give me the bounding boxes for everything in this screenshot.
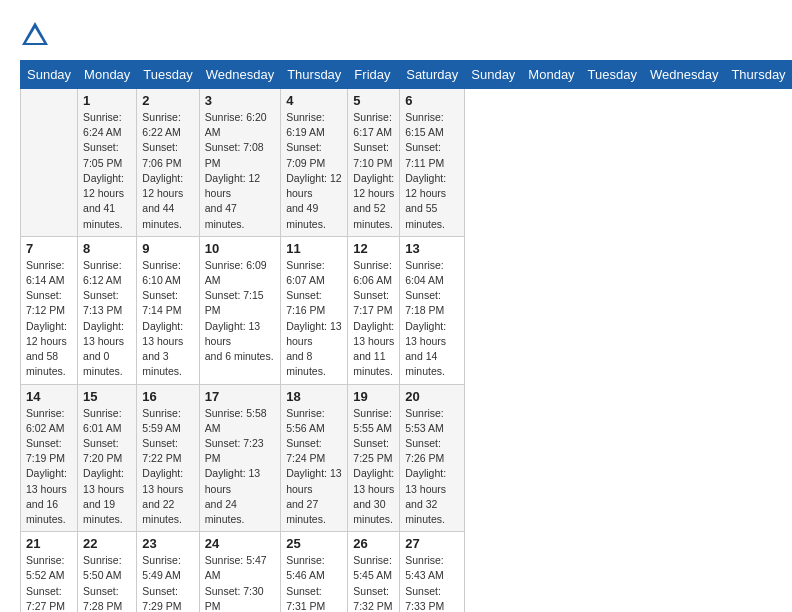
- day-number: 2: [142, 93, 193, 108]
- day-of-week-header: Monday: [78, 61, 137, 89]
- calendar-cell: [21, 89, 78, 237]
- calendar-cell: 22Sunrise: 5:50 AM Sunset: 7:28 PM Dayli…: [78, 532, 137, 612]
- calendar-cell: 20Sunrise: 5:53 AM Sunset: 7:26 PM Dayli…: [400, 384, 465, 532]
- day-of-week-header: Tuesday: [137, 61, 199, 89]
- day-info: Sunrise: 5:53 AM Sunset: 7:26 PM Dayligh…: [405, 406, 459, 528]
- calendar-cell: 27Sunrise: 5:43 AM Sunset: 7:33 PM Dayli…: [400, 532, 465, 612]
- page-header: [20, 20, 772, 50]
- day-info: Sunrise: 5:59 AM Sunset: 7:22 PM Dayligh…: [142, 406, 193, 528]
- calendar-cell: 8Sunrise: 6:12 AM Sunset: 7:13 PM Daylig…: [78, 236, 137, 384]
- calendar-cell: 21Sunrise: 5:52 AM Sunset: 7:27 PM Dayli…: [21, 532, 78, 612]
- calendar-cell: 24Sunrise: 5:47 AM Sunset: 7:30 PM Dayli…: [199, 532, 280, 612]
- day-info: Sunrise: 6:01 AM Sunset: 7:20 PM Dayligh…: [83, 406, 131, 528]
- logo-icon: [20, 20, 50, 50]
- day-of-week-header: Thursday: [725, 61, 792, 89]
- day-number: 9: [142, 241, 193, 256]
- calendar-cell: 3Sunrise: 6:20 AM Sunset: 7:08 PM Daylig…: [199, 89, 280, 237]
- calendar-cell: 15Sunrise: 6:01 AM Sunset: 7:20 PM Dayli…: [78, 384, 137, 532]
- calendar-header-row: SundayMondayTuesdayWednesdayThursdayFrid…: [21, 61, 793, 89]
- day-number: 11: [286, 241, 342, 256]
- calendar-cell: 7Sunrise: 6:14 AM Sunset: 7:12 PM Daylig…: [21, 236, 78, 384]
- day-info: Sunrise: 5:43 AM Sunset: 7:33 PM Dayligh…: [405, 553, 459, 612]
- day-number: 16: [142, 389, 193, 404]
- day-number: 18: [286, 389, 342, 404]
- calendar-cell: 19Sunrise: 5:55 AM Sunset: 7:25 PM Dayli…: [348, 384, 400, 532]
- calendar-week-row: 1Sunrise: 6:24 AM Sunset: 7:05 PM Daylig…: [21, 89, 793, 237]
- day-number: 27: [405, 536, 459, 551]
- day-info: Sunrise: 6:24 AM Sunset: 7:05 PM Dayligh…: [83, 110, 131, 232]
- day-info: Sunrise: 6:09 AM Sunset: 7:15 PM Dayligh…: [205, 258, 275, 365]
- day-number: 19: [353, 389, 394, 404]
- calendar-cell: 26Sunrise: 5:45 AM Sunset: 7:32 PM Dayli…: [348, 532, 400, 612]
- day-info: Sunrise: 6:20 AM Sunset: 7:08 PM Dayligh…: [205, 110, 275, 232]
- day-number: 23: [142, 536, 193, 551]
- day-info: Sunrise: 6:17 AM Sunset: 7:10 PM Dayligh…: [353, 110, 394, 232]
- day-number: 8: [83, 241, 131, 256]
- calendar-cell: 18Sunrise: 5:56 AM Sunset: 7:24 PM Dayli…: [281, 384, 348, 532]
- calendar-cell: 23Sunrise: 5:49 AM Sunset: 7:29 PM Dayli…: [137, 532, 199, 612]
- calendar-week-row: 21Sunrise: 5:52 AM Sunset: 7:27 PM Dayli…: [21, 532, 793, 612]
- day-number: 21: [26, 536, 72, 551]
- day-of-week-header: Monday: [522, 61, 581, 89]
- day-of-week-header: Tuesday: [581, 61, 643, 89]
- calendar-cell: 12Sunrise: 6:06 AM Sunset: 7:17 PM Dayli…: [348, 236, 400, 384]
- day-number: 26: [353, 536, 394, 551]
- calendar-cell: 1Sunrise: 6:24 AM Sunset: 7:05 PM Daylig…: [78, 89, 137, 237]
- day-info: Sunrise: 6:06 AM Sunset: 7:17 PM Dayligh…: [353, 258, 394, 380]
- calendar-cell: 5Sunrise: 6:17 AM Sunset: 7:10 PM Daylig…: [348, 89, 400, 237]
- day-number: 10: [205, 241, 275, 256]
- day-of-week-header: Saturday: [400, 61, 465, 89]
- day-of-week-header: Sunday: [21, 61, 78, 89]
- day-number: 25: [286, 536, 342, 551]
- day-number: 22: [83, 536, 131, 551]
- day-number: 24: [205, 536, 275, 551]
- calendar-cell: 25Sunrise: 5:46 AM Sunset: 7:31 PM Dayli…: [281, 532, 348, 612]
- day-info: Sunrise: 5:49 AM Sunset: 7:29 PM Dayligh…: [142, 553, 193, 612]
- calendar-cell: 6Sunrise: 6:15 AM Sunset: 7:11 PM Daylig…: [400, 89, 465, 237]
- calendar-week-row: 7Sunrise: 6:14 AM Sunset: 7:12 PM Daylig…: [21, 236, 793, 384]
- day-number: 3: [205, 93, 275, 108]
- calendar-cell: 13Sunrise: 6:04 AM Sunset: 7:18 PM Dayli…: [400, 236, 465, 384]
- day-number: 13: [405, 241, 459, 256]
- day-of-week-header: Wednesday: [644, 61, 725, 89]
- calendar-cell: 9Sunrise: 6:10 AM Sunset: 7:14 PM Daylig…: [137, 236, 199, 384]
- calendar-week-row: 14Sunrise: 6:02 AM Sunset: 7:19 PM Dayli…: [21, 384, 793, 532]
- day-number: 4: [286, 93, 342, 108]
- logo: [20, 20, 54, 50]
- day-number: 1: [83, 93, 131, 108]
- day-info: Sunrise: 6:02 AM Sunset: 7:19 PM Dayligh…: [26, 406, 72, 528]
- day-info: Sunrise: 5:50 AM Sunset: 7:28 PM Dayligh…: [83, 553, 131, 612]
- calendar-cell: 11Sunrise: 6:07 AM Sunset: 7:16 PM Dayli…: [281, 236, 348, 384]
- day-info: Sunrise: 6:22 AM Sunset: 7:06 PM Dayligh…: [142, 110, 193, 232]
- day-of-week-header: Thursday: [281, 61, 348, 89]
- day-info: Sunrise: 5:55 AM Sunset: 7:25 PM Dayligh…: [353, 406, 394, 528]
- day-number: 6: [405, 93, 459, 108]
- day-number: 12: [353, 241, 394, 256]
- day-info: Sunrise: 5:56 AM Sunset: 7:24 PM Dayligh…: [286, 406, 342, 528]
- day-info: Sunrise: 5:45 AM Sunset: 7:32 PM Dayligh…: [353, 553, 394, 612]
- day-of-week-header: Friday: [348, 61, 400, 89]
- calendar-table: SundayMondayTuesdayWednesdayThursdayFrid…: [20, 60, 792, 612]
- day-number: 7: [26, 241, 72, 256]
- calendar-cell: 2Sunrise: 6:22 AM Sunset: 7:06 PM Daylig…: [137, 89, 199, 237]
- day-info: Sunrise: 6:07 AM Sunset: 7:16 PM Dayligh…: [286, 258, 342, 380]
- day-info: Sunrise: 6:04 AM Sunset: 7:18 PM Dayligh…: [405, 258, 459, 380]
- day-info: Sunrise: 5:58 AM Sunset: 7:23 PM Dayligh…: [205, 406, 275, 528]
- calendar-cell: 4Sunrise: 6:19 AM Sunset: 7:09 PM Daylig…: [281, 89, 348, 237]
- day-info: Sunrise: 6:15 AM Sunset: 7:11 PM Dayligh…: [405, 110, 459, 232]
- day-number: 20: [405, 389, 459, 404]
- day-info: Sunrise: 6:10 AM Sunset: 7:14 PM Dayligh…: [142, 258, 193, 380]
- day-info: Sunrise: 5:47 AM Sunset: 7:30 PM Dayligh…: [205, 553, 275, 612]
- day-info: Sunrise: 5:46 AM Sunset: 7:31 PM Dayligh…: [286, 553, 342, 612]
- day-of-week-header: Sunday: [465, 61, 522, 89]
- day-info: Sunrise: 6:19 AM Sunset: 7:09 PM Dayligh…: [286, 110, 342, 232]
- day-of-week-header: Wednesday: [199, 61, 280, 89]
- day-number: 5: [353, 93, 394, 108]
- day-number: 17: [205, 389, 275, 404]
- day-info: Sunrise: 5:52 AM Sunset: 7:27 PM Dayligh…: [26, 553, 72, 612]
- calendar-cell: 10Sunrise: 6:09 AM Sunset: 7:15 PM Dayli…: [199, 236, 280, 384]
- day-number: 15: [83, 389, 131, 404]
- day-info: Sunrise: 6:12 AM Sunset: 7:13 PM Dayligh…: [83, 258, 131, 380]
- day-info: Sunrise: 6:14 AM Sunset: 7:12 PM Dayligh…: [26, 258, 72, 380]
- day-number: 14: [26, 389, 72, 404]
